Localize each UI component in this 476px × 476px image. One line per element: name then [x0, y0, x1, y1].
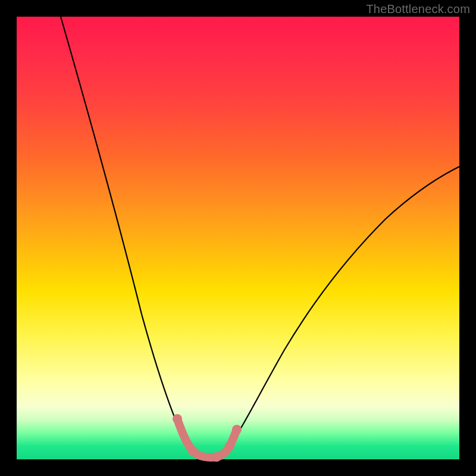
bottleneck-curve-right	[228, 167, 459, 449]
optimal-range-dot	[212, 452, 221, 462]
optimal-range-floor	[193, 446, 230, 458]
bottleneck-curve-left	[61, 17, 194, 453]
optimal-range-left	[177, 419, 193, 451]
optimal-range-dot	[225, 441, 234, 451]
optimal-range-dot	[232, 425, 242, 434]
chart-frame: TheBottleneck.com	[0, 0, 476, 476]
chart-svg	[17, 17, 459, 459]
optimal-range-dot	[173, 414, 182, 424]
optimal-range-dot	[188, 446, 198, 456]
watermark-text: TheBottleneck.com	[366, 2, 470, 16]
plot-area	[17, 17, 459, 459]
